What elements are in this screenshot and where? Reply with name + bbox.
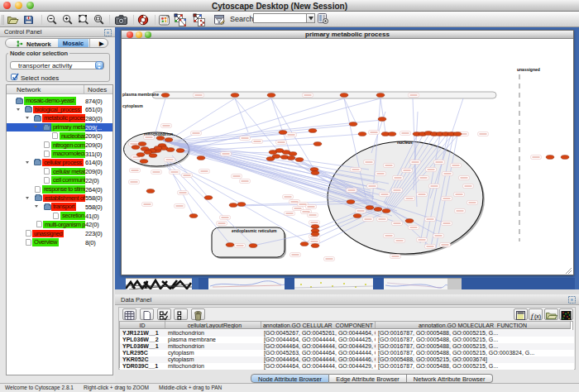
svg-text:plasma membrane: plasma membrane (122, 92, 159, 97)
svg-text:unassigned: unassigned (517, 67, 540, 72)
svg-text:cytoplasm: cytoplasm (122, 103, 143, 108)
svg-text:endoplasmic reticulum: endoplasmic reticulum (232, 228, 277, 233)
svg-text:(x): (x) (534, 313, 541, 320)
svg-text:nucleus: nucleus (397, 140, 413, 145)
